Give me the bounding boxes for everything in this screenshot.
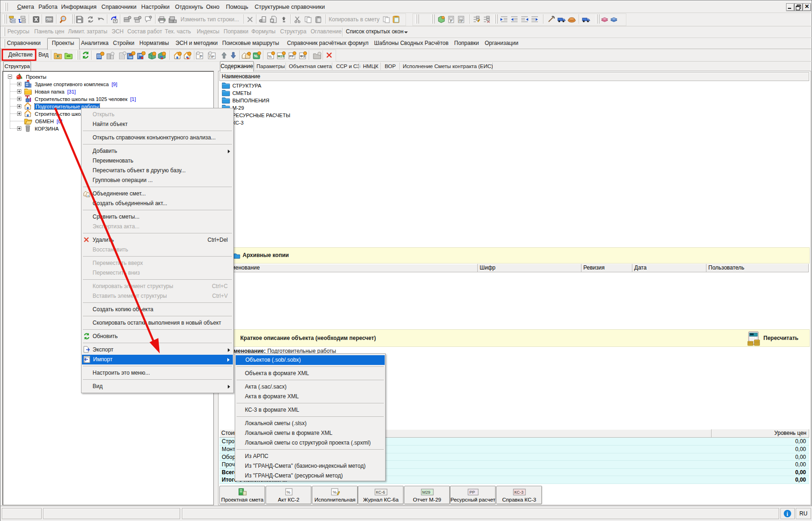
svg-text:ПР: ПР xyxy=(459,19,463,23)
svg-text:М29: М29 xyxy=(422,490,431,495)
svg-text:КС-6: КС-6 xyxy=(376,490,385,495)
svg-text:P: P xyxy=(450,19,452,23)
svg-text:%: % xyxy=(333,490,337,495)
svg-text:КС-3: КС-3 xyxy=(514,490,524,495)
svg-text:РР: РР xyxy=(469,490,475,495)
svg-text:%: % xyxy=(287,490,290,495)
